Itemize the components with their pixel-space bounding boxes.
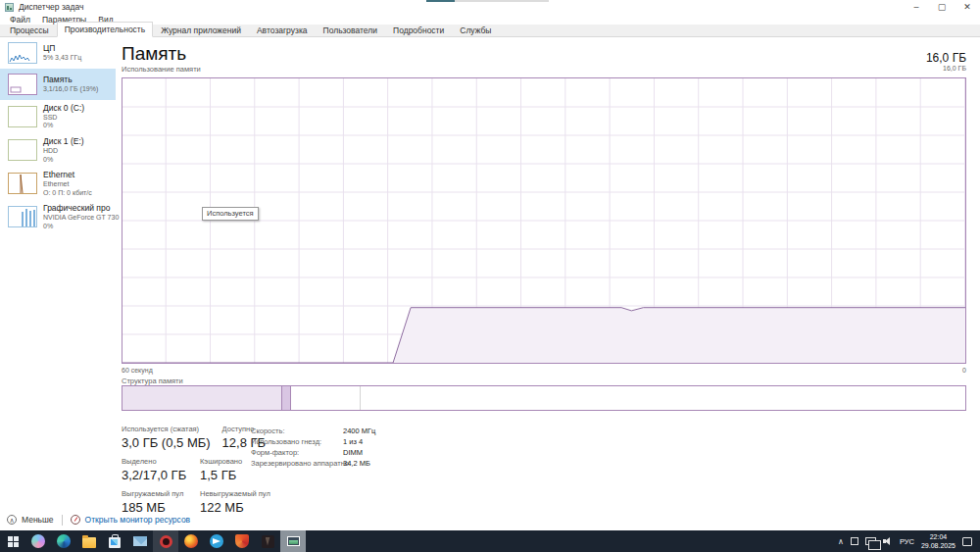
tab-services[interactable]: Службы [452,23,499,37]
volume-icon[interactable] [883,537,893,546]
mail-icon [133,536,147,546]
taskbar-mail-button[interactable] [127,530,153,552]
performance-sidebar: ЦП 5% 3,43 ГГц Память 3,1/16,0 ГБ (19%) … [0,37,116,510]
tab-app-history[interactable]: Журнал приложений [153,23,249,37]
speed-value: 2400 МГц [343,427,375,435]
gpu-usage: 0% [43,223,119,231]
taskbar-store-button[interactable] [102,530,127,552]
memory-usage-chart-svg [122,78,965,363]
form-factor-value: DIMM [343,448,375,457]
maximize-button[interactable]: ▢ [929,0,955,14]
window-controls: – ▢ ✕ [904,0,980,14]
clock[interactable]: 22:04 29.08.2025 [921,532,956,550]
file-explorer-icon [82,537,96,548]
slots-value: 1 из 4 [343,437,375,446]
speed-label: Скорость: [251,427,341,435]
memory-composition-label: Структура памяти [122,376,183,385]
cpu-usage: 5% 3,43 ГГц [43,54,81,63]
system-tray: ∧ РУС 22:04 29.08.2025 [838,532,980,550]
tab-performance[interactable]: Производительность [57,22,154,37]
ethernet-throughput: О: 0 П: 0 кбит/с [43,189,92,198]
stat-paged-pool-label: Выгружаемый пул [122,489,188,498]
tab-details[interactable]: Подробности [385,23,452,37]
memory-usage: 3,1/16,0 ГБ (19%) [43,85,98,94]
sidebar-item-gpu[interactable]: Графический про NVIDIA GeForce GT 730 0% [0,200,116,233]
tray-app-icon[interactable] [851,537,858,545]
copilot-icon [31,534,45,548]
sidebar-item-memory[interactable]: Память 3,1/16,0 ГБ (19%) [0,69,116,100]
taskbar-taskmanager-button[interactable] [280,530,306,552]
composition-segment-free[interactable] [361,386,965,410]
tab-users[interactable]: Пользователи [316,23,385,37]
ethernet-thumbnail-icon [8,173,37,194]
title-bar: Диспетчер задач – ▢ ✕ [0,0,980,14]
hw-reserved-label: Зарезервировано аппаратно: [251,459,341,468]
disk1-usage: 0% [43,156,84,165]
start-button[interactable] [0,530,25,552]
task-manager-icon [287,536,300,546]
taskbar-firefox-button[interactable] [178,530,204,552]
stat-in-use-value: 3,0 ГБ (0,5 МБ) [122,435,211,450]
hw-reserved-value: 34,2 МБ [343,459,375,468]
fewer-details-button[interactable]: Меньше [22,515,54,525]
chart-caption: Использование памяти [122,65,201,74]
close-button[interactable]: ✕ [955,0,980,14]
stat-committed-label: Выделено [122,457,188,466]
footer-divider [62,515,63,526]
disk0-type: SSD [43,114,84,123]
firefox-icon [184,534,198,548]
memory-title: Память [43,75,98,85]
cpu-title: ЦП [43,43,81,54]
slots-label: Использовано гнезд: [251,437,341,446]
minimize-button[interactable]: – [904,0,929,14]
taskbar-explorer-button[interactable] [76,530,102,552]
collapse-icon: ∧ [7,515,17,525]
task-manager-app-icon [5,3,14,12]
clock-time: 22:04 [921,532,956,541]
composition-segment-in-use[interactable] [122,386,282,410]
sidebar-item-cpu[interactable]: ЦП 5% 3,43 ГГц [0,37,116,69]
disk1-title: Диск 1 (E:) [43,136,84,147]
composition-segment-standby[interactable] [291,386,361,410]
gpu-thumbnail-icon [8,206,37,227]
composition-segment-modified[interactable] [282,386,291,410]
top-edge-artifact-teal [426,0,455,2]
sidebar-item-disk1[interactable]: Диск 1 (E:) HDD 0% [0,133,116,167]
telegram-icon [210,534,223,548]
sidebar-item-ethernet[interactable]: Ethernet Ethernet О: 0 П: 0 кбит/с [0,167,116,200]
stat-committed-value: 3,2/17,0 ГБ [122,468,188,482]
tray-expand-icon[interactable]: ∧ [838,537,844,546]
taskbar-edge-button[interactable] [51,530,76,552]
page-title: Память [122,43,186,65]
action-center-icon[interactable] [962,537,972,546]
task-manager-screen: { "window": { "title": "Диспетчер задач"… [0,0,980,552]
taskbar: ∧ РУС 22:04 29.08.2025 [0,530,980,552]
tab-startup[interactable]: Автозагрузка [249,23,316,37]
brave-icon [235,534,249,548]
taskbar-game-button[interactable] [255,530,280,552]
chart-max-label: 16,0 ГБ [943,65,966,74]
memory-total: 16,0 ГБ [926,51,966,65]
top-edge-artifact-gray [455,0,549,2]
memory-thumbnail-icon [8,74,37,95]
taskbar-opera-button[interactable] [153,530,178,552]
disk1-type: HDD [43,147,84,156]
chart-time-label: 60 секунд [122,367,153,374]
language-indicator[interactable]: РУС [900,537,914,546]
ethernet-type: Ethernet [43,180,92,189]
taskbar-brave-button[interactable] [229,530,255,552]
network-icon[interactable] [865,537,876,545]
open-resource-monitor-link[interactable]: Открыть монитор ресурсов [85,515,191,525]
sidebar-item-disk0[interactable]: Диск 0 (C:) SSD 0% [0,100,116,133]
ethernet-title: Ethernet [43,170,92,180]
memory-panel: Память 16,0 ГБ Использование памяти 16,0… [122,37,966,510]
memory-composition-bar[interactable] [122,385,966,411]
memory-hardware-info: Скорость: 2400 МГц Использовано гнезд: 1… [251,427,375,468]
stat-cached-value: 1,5 ГБ [200,468,267,482]
tab-processes[interactable]: Процессы [2,23,57,37]
chart-zero-label: 0 [962,367,966,374]
taskbar-telegram-button[interactable] [204,530,229,552]
game-emblem-icon [262,535,274,548]
taskbar-copilot-button[interactable] [25,530,51,552]
form-factor-label: Форм-фактор: [251,448,341,457]
